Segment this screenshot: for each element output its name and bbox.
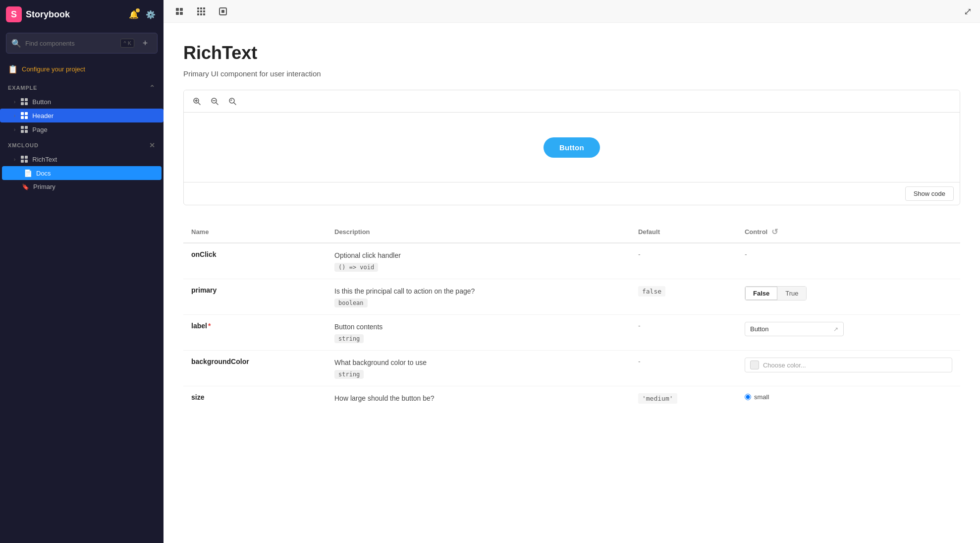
svg-rect-10 (197, 13, 199, 15)
toggle-true-button[interactable]: True (777, 287, 806, 300)
prop-type-label: string (334, 334, 364, 343)
sidebar-item-docs-label: Docs (36, 170, 51, 177)
configure-label: Configure your project (22, 65, 85, 73)
svg-rect-14 (221, 10, 224, 13)
table-row: backgroundColor What background color to… (183, 351, 960, 386)
storybook-logo: S (6, 6, 22, 22)
header-icons: 🔔 ⚙️ (127, 7, 158, 21)
sidebar-item-button[interactable]: › Button (0, 95, 163, 109)
show-code-button[interactable]: Show code (905, 186, 954, 201)
svg-line-20 (216, 103, 218, 105)
sidebar-title: Storybook (26, 9, 123, 20)
svg-rect-11 (200, 13, 202, 15)
main-content: ⤢ RichText Primary UI component for user… (163, 0, 980, 543)
search-input[interactable] (25, 40, 116, 47)
props-table: Name Description Default Control ↺ onCli (183, 221, 960, 411)
color-picker-placeholder: Choose color... (763, 362, 806, 369)
prop-name-primary: primary (191, 286, 217, 294)
reset-controls-icon[interactable]: ↺ (771, 227, 778, 237)
table-row: primary Is this the principal call to ac… (183, 279, 960, 315)
label-text-input[interactable] (750, 325, 833, 333)
svg-rect-5 (200, 7, 202, 9)
toolbar-grid-2x2-icon[interactable] (171, 3, 187, 19)
zoom-out-btn[interactable] (208, 94, 221, 108)
notification-badge (136, 8, 140, 12)
zoom-in-btn[interactable] (190, 94, 204, 108)
size-small-label: small (754, 393, 769, 401)
page-expand-arrow: › (14, 127, 15, 132)
prop-default-bgcolor: - (638, 358, 641, 365)
prop-type-onclick: () => void (334, 263, 378, 272)
prop-desc-primary: Is this the principal call to action on … (334, 286, 622, 297)
prop-default-size: 'medium' (638, 393, 677, 404)
sidebar-item-primary[interactable]: 🔖 Primary (0, 180, 163, 193)
svg-rect-7 (197, 10, 199, 12)
prop-type-bgcolor: string (334, 370, 364, 379)
table-row: label* Button contents string - ↗ (183, 315, 960, 351)
preview-footer: Show code (184, 182, 960, 205)
control-primary: False True (745, 286, 952, 301)
preview-button[interactable]: Button (544, 137, 600, 158)
sidebar-item-richtext-label: RichText (32, 156, 57, 163)
notification-icon[interactable]: 🔔 (127, 7, 141, 21)
sidebar-item-page-label: Page (32, 126, 47, 133)
zoom-reset-btn[interactable] (225, 94, 239, 108)
control-bgcolor[interactable]: Choose color... (745, 358, 952, 372)
configure-icon: 📋 (8, 64, 18, 74)
prop-name-bgcolor: backgroundColor (191, 358, 249, 365)
svg-rect-9 (203, 10, 205, 12)
control-label: ↗ (745, 322, 844, 336)
search-icon: 🔍 (11, 39, 21, 48)
prop-control-onclick: - (745, 250, 747, 258)
add-button[interactable]: + (138, 36, 152, 50)
section-example-toggle: ⌃ (149, 84, 156, 92)
section-xmcloud[interactable]: XMCLOUD ✕ (0, 136, 163, 152)
richtext-grid-icon (20, 155, 28, 163)
preview-area: Button Show code (183, 90, 960, 205)
button-grid-icon (20, 98, 28, 106)
resize-icon: ↗ (833, 326, 838, 333)
prop-desc-bgcolor: What background color to use (334, 358, 622, 368)
col-control-label: Control (745, 228, 767, 236)
prop-default-onclick: - (638, 250, 641, 258)
col-description: Description (327, 221, 630, 243)
table-row: onClick Optional click handler () => voi… (183, 243, 960, 279)
prop-name-onclick: onClick (191, 250, 217, 258)
sidebar-header: S Storybook 🔔 ⚙️ (0, 0, 163, 29)
sidebar: S Storybook 🔔 ⚙️ 🔍 ^ K + 📋 Configure you… (0, 0, 163, 543)
component-title: RichText (183, 43, 960, 63)
sidebar-item-docs[interactable]: 📄 Docs (2, 166, 162, 180)
svg-rect-0 (176, 8, 179, 11)
col-name: Name (183, 221, 327, 243)
section-xmcloud-toggle: ✕ (149, 141, 156, 149)
button-expand-arrow: › (14, 99, 15, 105)
header-grid-icon (20, 112, 28, 120)
prop-default-primary: false (638, 286, 665, 297)
preview-canvas: Button (184, 113, 960, 182)
prop-name-label: label* (191, 322, 211, 330)
section-example[interactable]: EXAMPLE ⌃ (0, 79, 163, 95)
toolbar-frame-icon[interactable] (215, 3, 231, 19)
prop-desc-onclick: Optional click handler (334, 250, 622, 261)
sidebar-item-page[interactable]: › Page (0, 122, 163, 136)
sidebar-item-richtext[interactable]: › RichText (0, 152, 163, 166)
prop-required-star: * (208, 322, 211, 330)
toggle-false-button[interactable]: False (745, 287, 777, 300)
svg-line-23 (234, 103, 236, 105)
settings-icon[interactable]: ⚙️ (144, 7, 158, 21)
toolbar-grid-3x3-icon[interactable] (193, 3, 209, 19)
svg-rect-12 (203, 13, 205, 15)
preview-toolbar (184, 90, 960, 113)
configure-project-item[interactable]: 📋 Configure your project (0, 60, 163, 79)
sidebar-item-header-label: Header (32, 112, 54, 120)
expand-icon[interactable]: ⤢ (964, 5, 972, 17)
section-xmcloud-label: XMCLOUD (8, 142, 39, 148)
sidebar-item-header[interactable]: › Header (0, 109, 163, 122)
svg-rect-2 (176, 12, 179, 15)
top-toolbar: ⤢ (163, 0, 980, 23)
col-default: Default (630, 221, 737, 243)
svg-rect-4 (197, 7, 199, 9)
size-radio-small[interactable] (745, 394, 751, 400)
svg-rect-3 (180, 12, 183, 15)
control-size: small (745, 393, 952, 401)
